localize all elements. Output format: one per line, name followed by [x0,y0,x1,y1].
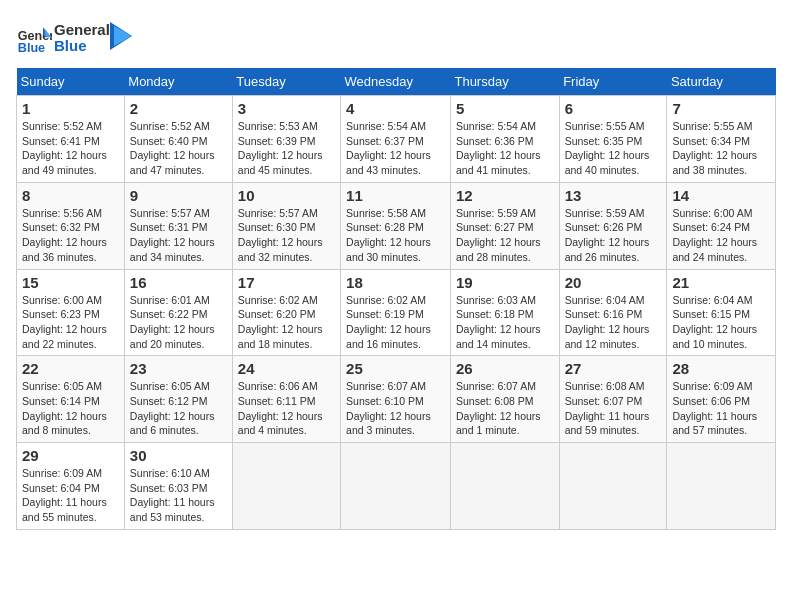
col-header-monday: Monday [124,68,232,96]
day-info: Sunrise: 5:59 AM Sunset: 6:27 PM Dayligh… [456,206,554,265]
calendar-cell: 21 Sunrise: 6:04 AM Sunset: 6:15 PM Dayl… [667,269,776,356]
calendar-row-4: 22 Sunrise: 6:05 AM Sunset: 6:14 PM Dayl… [17,356,776,443]
calendar-cell: 12 Sunrise: 5:59 AM Sunset: 6:27 PM Dayl… [450,182,559,269]
calendar-cell: 24 Sunrise: 6:06 AM Sunset: 6:11 PM Dayl… [232,356,340,443]
day-number: 11 [346,187,445,204]
day-info: Sunrise: 5:54 AM Sunset: 6:36 PM Dayligh… [456,119,554,178]
calendar-cell: 17 Sunrise: 6:02 AM Sunset: 6:20 PM Dayl… [232,269,340,356]
day-number: 26 [456,360,554,377]
day-info: Sunrise: 5:53 AM Sunset: 6:39 PM Dayligh… [238,119,335,178]
day-number: 13 [565,187,662,204]
day-info: Sunrise: 5:57 AM Sunset: 6:31 PM Dayligh… [130,206,227,265]
day-number: 7 [672,100,770,117]
calendar-cell: 23 Sunrise: 6:05 AM Sunset: 6:12 PM Dayl… [124,356,232,443]
day-info: Sunrise: 6:10 AM Sunset: 6:03 PM Dayligh… [130,466,227,525]
calendar-cell: 28 Sunrise: 6:09 AM Sunset: 6:06 PM Dayl… [667,356,776,443]
day-info: Sunrise: 6:09 AM Sunset: 6:04 PM Dayligh… [22,466,119,525]
page-header: General Blue General Blue [16,16,776,56]
day-number: 2 [130,100,227,117]
day-info: Sunrise: 6:05 AM Sunset: 6:12 PM Dayligh… [130,379,227,438]
logo-blue: Blue [54,38,110,55]
day-number: 6 [565,100,662,117]
calendar-cell: 14 Sunrise: 6:00 AM Sunset: 6:24 PM Dayl… [667,182,776,269]
day-number: 22 [22,360,119,377]
calendar-cell: 30 Sunrise: 6:10 AM Sunset: 6:03 PM Dayl… [124,443,232,530]
day-number: 3 [238,100,335,117]
day-number: 27 [565,360,662,377]
calendar-cell: 16 Sunrise: 6:01 AM Sunset: 6:22 PM Dayl… [124,269,232,356]
day-info: Sunrise: 6:01 AM Sunset: 6:22 PM Dayligh… [130,293,227,352]
calendar-row-2: 8 Sunrise: 5:56 AM Sunset: 6:32 PM Dayli… [17,182,776,269]
calendar-cell: 8 Sunrise: 5:56 AM Sunset: 6:32 PM Dayli… [17,182,125,269]
day-info: Sunrise: 5:59 AM Sunset: 6:26 PM Dayligh… [565,206,662,265]
calendar-cell: 9 Sunrise: 5:57 AM Sunset: 6:31 PM Dayli… [124,182,232,269]
calendar-cell: 15 Sunrise: 6:00 AM Sunset: 6:23 PM Dayl… [17,269,125,356]
calendar-cell: 19 Sunrise: 6:03 AM Sunset: 6:18 PM Dayl… [450,269,559,356]
calendar-cell: 13 Sunrise: 5:59 AM Sunset: 6:26 PM Dayl… [559,182,667,269]
day-info: Sunrise: 5:52 AM Sunset: 6:41 PM Dayligh… [22,119,119,178]
col-header-sunday: Sunday [17,68,125,96]
calendar-row-5: 29 Sunrise: 6:09 AM Sunset: 6:04 PM Dayl… [17,443,776,530]
day-info: Sunrise: 6:00 AM Sunset: 6:24 PM Dayligh… [672,206,770,265]
day-info: Sunrise: 6:04 AM Sunset: 6:16 PM Dayligh… [565,293,662,352]
day-number: 21 [672,274,770,291]
logo: General Blue General Blue [16,20,132,56]
day-number: 10 [238,187,335,204]
day-info: Sunrise: 6:02 AM Sunset: 6:20 PM Dayligh… [238,293,335,352]
day-info: Sunrise: 5:52 AM Sunset: 6:40 PM Dayligh… [130,119,227,178]
svg-marker-5 [114,26,132,46]
calendar-cell: 11 Sunrise: 5:58 AM Sunset: 6:28 PM Dayl… [341,182,451,269]
calendar-cell: 4 Sunrise: 5:54 AM Sunset: 6:37 PM Dayli… [341,96,451,183]
day-number: 9 [130,187,227,204]
day-number: 30 [130,447,227,464]
day-number: 23 [130,360,227,377]
day-info: Sunrise: 6:06 AM Sunset: 6:11 PM Dayligh… [238,379,335,438]
day-number: 8 [22,187,119,204]
calendar-cell: 2 Sunrise: 5:52 AM Sunset: 6:40 PM Dayli… [124,96,232,183]
calendar-cell: 26 Sunrise: 6:07 AM Sunset: 6:08 PM Dayl… [450,356,559,443]
day-info: Sunrise: 6:07 AM Sunset: 6:10 PM Dayligh… [346,379,445,438]
logo-general: General [54,22,110,39]
calendar-cell: 29 Sunrise: 6:09 AM Sunset: 6:04 PM Dayl… [17,443,125,530]
day-info: Sunrise: 5:56 AM Sunset: 6:32 PM Dayligh… [22,206,119,265]
col-header-friday: Friday [559,68,667,96]
calendar-cell: 22 Sunrise: 6:05 AM Sunset: 6:14 PM Dayl… [17,356,125,443]
calendar-cell: 18 Sunrise: 6:02 AM Sunset: 6:19 PM Dayl… [341,269,451,356]
day-info: Sunrise: 5:55 AM Sunset: 6:34 PM Dayligh… [672,119,770,178]
day-info: Sunrise: 6:02 AM Sunset: 6:19 PM Dayligh… [346,293,445,352]
day-number: 5 [456,100,554,117]
day-number: 16 [130,274,227,291]
calendar-cell: 25 Sunrise: 6:07 AM Sunset: 6:10 PM Dayl… [341,356,451,443]
day-info: Sunrise: 6:05 AM Sunset: 6:14 PM Dayligh… [22,379,119,438]
day-info: Sunrise: 6:00 AM Sunset: 6:23 PM Dayligh… [22,293,119,352]
day-info: Sunrise: 6:03 AM Sunset: 6:18 PM Dayligh… [456,293,554,352]
calendar-row-1: 1 Sunrise: 5:52 AM Sunset: 6:41 PM Dayli… [17,96,776,183]
calendar-table: SundayMondayTuesdayWednesdayThursdayFrid… [16,68,776,530]
day-number: 29 [22,447,119,464]
calendar-cell: 7 Sunrise: 5:55 AM Sunset: 6:34 PM Dayli… [667,96,776,183]
day-number: 4 [346,100,445,117]
day-info: Sunrise: 5:58 AM Sunset: 6:28 PM Dayligh… [346,206,445,265]
calendar-cell [450,443,559,530]
day-info: Sunrise: 5:57 AM Sunset: 6:30 PM Dayligh… [238,206,335,265]
day-info: Sunrise: 6:04 AM Sunset: 6:15 PM Dayligh… [672,293,770,352]
day-info: Sunrise: 5:54 AM Sunset: 6:37 PM Dayligh… [346,119,445,178]
day-number: 25 [346,360,445,377]
col-header-thursday: Thursday [450,68,559,96]
col-header-wednesday: Wednesday [341,68,451,96]
col-header-saturday: Saturday [667,68,776,96]
calendar-cell: 10 Sunrise: 5:57 AM Sunset: 6:30 PM Dayl… [232,182,340,269]
day-number: 1 [22,100,119,117]
calendar-cell: 5 Sunrise: 5:54 AM Sunset: 6:36 PM Dayli… [450,96,559,183]
calendar-cell: 6 Sunrise: 5:55 AM Sunset: 6:35 PM Dayli… [559,96,667,183]
day-number: 24 [238,360,335,377]
day-number: 17 [238,274,335,291]
day-number: 20 [565,274,662,291]
day-number: 18 [346,274,445,291]
day-info: Sunrise: 6:09 AM Sunset: 6:06 PM Dayligh… [672,379,770,438]
day-number: 19 [456,274,554,291]
calendar-cell: 27 Sunrise: 6:08 AM Sunset: 6:07 PM Dayl… [559,356,667,443]
calendar-cell [559,443,667,530]
calendar-cell: 1 Sunrise: 5:52 AM Sunset: 6:41 PM Dayli… [17,96,125,183]
day-number: 12 [456,187,554,204]
